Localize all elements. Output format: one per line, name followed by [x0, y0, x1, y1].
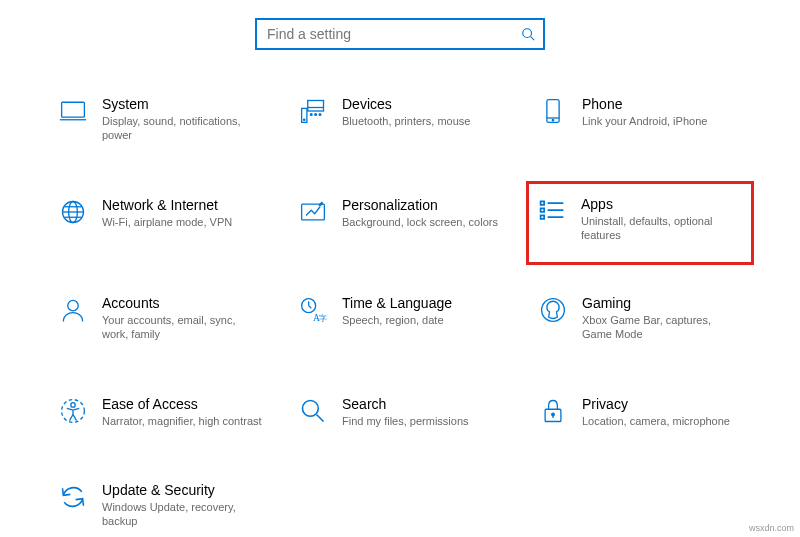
tile-devices[interactable]: Devices Bluetooth, printers, mouse [290, 90, 510, 149]
svg-rect-22 [541, 215, 545, 219]
tile-desc: Narrator, magnifier, high contrast [102, 414, 262, 428]
tile-desc: Your accounts, email, sync, work, family [102, 313, 262, 342]
settings-grid: System Display, sound, notifications, po… [0, 90, 800, 535]
tile-text: Accounts Your accounts, email, sync, wor… [102, 295, 262, 342]
svg-rect-4 [308, 101, 324, 112]
tile-desc: Windows Update, recovery, backup [102, 500, 262, 529]
tile-text: Update & Security Windows Update, recove… [102, 482, 262, 529]
tile-ease-of-access[interactable]: Ease of Access Narrator, magnifier, high… [50, 390, 270, 434]
tile-desc: Find my files, permissions [342, 414, 502, 428]
svg-rect-21 [541, 208, 545, 212]
tile-privacy[interactable]: Privacy Location, camera, microphone [530, 390, 750, 434]
ease-of-access-icon [58, 396, 88, 426]
tile-title: System [102, 96, 262, 112]
tile-text: Apps Uninstall, defaults, optional featu… [581, 196, 743, 243]
tile-text: Search Find my files, permissions [342, 396, 502, 428]
time-language-icon: A字 [298, 295, 328, 325]
search-container [0, 0, 800, 90]
phone-icon [538, 96, 568, 126]
svg-point-9 [315, 114, 317, 116]
svg-point-7 [304, 119, 305, 120]
tile-phone[interactable]: Phone Link your Android, iPhone [530, 90, 750, 149]
tile-title: Personalization [342, 197, 502, 213]
tile-title: Network & Internet [102, 197, 262, 213]
tile-title: Update & Security [102, 482, 262, 498]
tile-text: Personalization Background, lock screen,… [342, 197, 502, 229]
tile-title: Time & Language [342, 295, 502, 311]
search-input[interactable] [265, 25, 521, 43]
tile-title: Accounts [102, 295, 262, 311]
tile-title: Devices [342, 96, 502, 112]
tile-desc: Background, lock screen, colors [342, 215, 502, 229]
devices-icon [298, 96, 328, 126]
tile-title: Gaming [582, 295, 742, 311]
tile-apps[interactable]: Apps Uninstall, defaults, optional featu… [526, 181, 754, 266]
tile-desc: Speech, region, date [342, 313, 502, 327]
tile-text: Gaming Xbox Game Bar, captures, Game Mod… [582, 295, 742, 342]
tile-desc: Uninstall, defaults, optional features [581, 214, 743, 243]
svg-rect-2 [62, 102, 85, 117]
system-icon [58, 96, 88, 126]
tile-text: Devices Bluetooth, printers, mouse [342, 96, 502, 128]
tile-text: Phone Link your Android, iPhone [582, 96, 742, 128]
update-sync-icon [58, 482, 88, 512]
tile-desc: Link your Android, iPhone [582, 114, 742, 128]
svg-point-8 [310, 114, 312, 116]
attribution-text: wsxdn.com [749, 523, 794, 533]
svg-point-10 [319, 114, 321, 116]
svg-line-36 [317, 414, 324, 421]
svg-rect-20 [541, 201, 545, 205]
person-icon [58, 295, 88, 325]
tile-title: Privacy [582, 396, 742, 412]
tile-accounts[interactable]: Accounts Your accounts, email, sync, wor… [50, 289, 270, 348]
tile-update-security[interactable]: Update & Security Windows Update, recove… [50, 476, 270, 535]
svg-point-0 [523, 29, 532, 38]
apps-list-icon [537, 196, 567, 226]
tile-personalization[interactable]: Personalization Background, lock screen,… [290, 191, 510, 248]
lock-icon [538, 396, 568, 426]
tile-search[interactable]: Search Find my files, permissions [290, 390, 510, 434]
tile-title: Search [342, 396, 502, 412]
tile-desc: Display, sound, notifications, power [102, 114, 262, 143]
tile-text: Time & Language Speech, region, date [342, 295, 502, 327]
svg-point-13 [552, 119, 553, 120]
tile-desc: Xbox Game Bar, captures, Game Mode [582, 313, 742, 342]
svg-line-1 [531, 37, 535, 41]
tile-text: Ease of Access Narrator, magnifier, high… [102, 396, 262, 428]
tile-title: Phone [582, 96, 742, 112]
svg-point-26 [68, 301, 79, 312]
gaming-icon [538, 295, 568, 325]
globe-icon [58, 197, 88, 227]
tile-gaming[interactable]: Gaming Xbox Game Bar, captures, Game Mod… [530, 289, 750, 348]
tile-system[interactable]: System Display, sound, notifications, po… [50, 90, 270, 149]
tile-title: Ease of Access [102, 396, 262, 412]
svg-point-35 [303, 400, 319, 416]
tile-time-language[interactable]: A字 Time & Language Speech, region, date [290, 289, 510, 348]
svg-text:字: 字 [319, 314, 327, 323]
tile-text: Network & Internet Wi-Fi, airplane mode,… [102, 197, 262, 229]
svg-line-29 [309, 306, 312, 309]
tile-text: System Display, sound, notifications, po… [102, 96, 262, 143]
magnifier-icon [298, 396, 328, 426]
tile-network[interactable]: Network & Internet Wi-Fi, airplane mode,… [50, 191, 270, 248]
tile-desc: Location, camera, microphone [582, 414, 742, 428]
search-box[interactable] [255, 18, 545, 50]
svg-point-34 [71, 402, 75, 406]
tile-desc: Wi-Fi, airplane mode, VPN [102, 215, 262, 229]
tile-text: Privacy Location, camera, microphone [582, 396, 742, 428]
paintbrush-icon [298, 197, 328, 227]
tile-title: Apps [581, 196, 743, 212]
tile-desc: Bluetooth, printers, mouse [342, 114, 502, 128]
search-icon [521, 27, 535, 41]
